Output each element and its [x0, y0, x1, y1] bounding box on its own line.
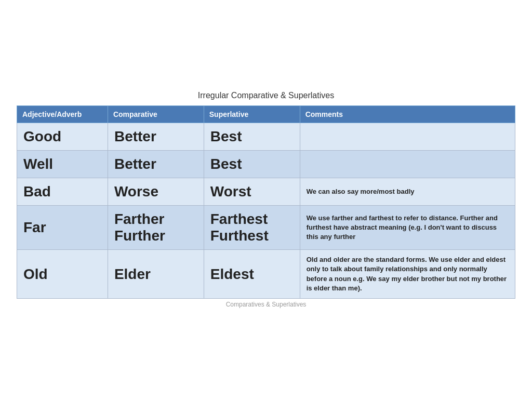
table-row: GoodBetterBest — [17, 123, 515, 151]
cell-comparative: FartherFurther — [108, 206, 204, 250]
cell-superlative: Worst — [204, 178, 300, 206]
footer-text: Comparatives & Superlatives — [226, 301, 307, 308]
header-comparative: Comparative — [108, 106, 204, 123]
table-row: WellBetterBest — [17, 151, 515, 178]
table-row: FarFartherFurtherFarthestFurthestWe use … — [17, 206, 515, 250]
header-adjective: Adjective/Adverb — [17, 106, 108, 123]
table-header-row: Adjective/Adverb Comparative Superlative… — [17, 106, 515, 123]
cell-superlative: Eldest — [204, 250, 300, 299]
cell-comments: We can also say more/most badly — [300, 178, 515, 206]
cell-comments: We use farther and farthest to refer to … — [300, 206, 515, 250]
cell-comparative: Worse — [108, 178, 204, 206]
cell-comparative: Better — [108, 151, 204, 178]
cell-adjective: Bad — [17, 178, 108, 206]
cell-superlative: Best — [204, 151, 300, 178]
table-row: BadWorseWorstWe can also say more/most b… — [17, 178, 515, 206]
cell-comments — [300, 151, 515, 178]
header-comments: Comments — [300, 106, 515, 123]
page-title: Irregular Comparative & Superlatives — [198, 91, 334, 100]
cell-superlative: Best — [204, 123, 300, 151]
cell-adjective: Well — [17, 151, 108, 178]
header-superlative: Superlative — [204, 106, 300, 123]
cell-superlative: FarthestFurthest — [204, 206, 300, 250]
cell-comparative: Elder — [108, 250, 204, 299]
cell-comparative: Better — [108, 123, 204, 151]
cell-comments — [300, 123, 515, 151]
cell-comments: Old and older are the standard forms. We… — [300, 250, 515, 299]
table-row: OldElderEldestOld and older are the stan… — [17, 250, 515, 299]
grammar-table: Adjective/Adverb Comparative Superlative… — [17, 105, 515, 299]
page-wrapper: Irregular Comparative & Superlatives Adj… — [17, 91, 515, 308]
cell-adjective: Far — [17, 206, 108, 250]
cell-adjective: Old — [17, 250, 108, 299]
cell-adjective: Good — [17, 123, 108, 151]
